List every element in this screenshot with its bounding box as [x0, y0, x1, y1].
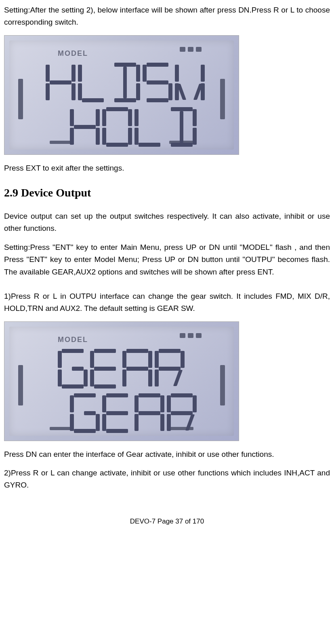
paragraph-section-2: Setting:Press "ENT" key to enter Main Me… [4, 241, 330, 278]
paragraph-intro-1: Setting:After the setting 2), below inte… [4, 4, 330, 29]
paragraph-section-5: 2)Press R or L can change activate, inhi… [4, 467, 330, 492]
paragraph-section-3: 1)Press R or L in OUTPU interface can ch… [4, 290, 330, 315]
lcd-row-2b [70, 393, 197, 433]
page-footer: DEVO-7 Page 37 of 170 [4, 516, 330, 527]
section-heading: 2.9 Device Output [4, 184, 330, 202]
paragraph-section-1: Device output can set up the output swit… [4, 210, 330, 235]
lcd-row-1 [46, 63, 205, 102]
lcd-row-2 [70, 107, 197, 147]
lcd-model-label: MODEL [58, 48, 88, 59]
lcd-row-1b [58, 349, 185, 389]
paragraph-section-4: Press DN can enter the interface of Gear… [4, 448, 330, 460]
paragraph-intro-2: Press EXT to exit after the settings. [4, 162, 330, 174]
lcd-screenshot-hldsw: MODEL [4, 35, 239, 155]
lcd-model-label-2: MODEL [58, 334, 88, 346]
lcd-screenshot-gear: MODEL [4, 321, 239, 441]
